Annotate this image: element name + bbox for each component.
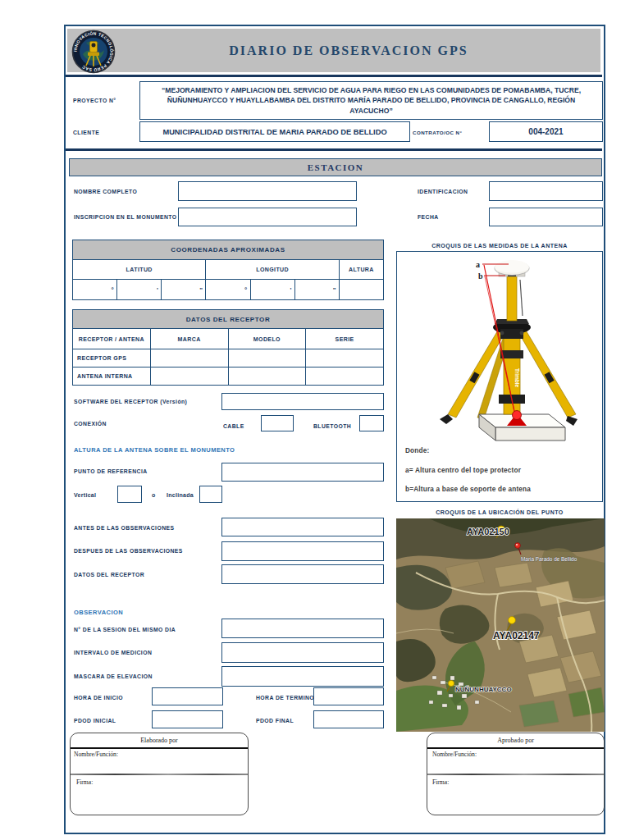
fecha-input[interactable] — [489, 208, 603, 226]
conexion-label: CONEXIÓN — [74, 421, 107, 427]
aprobado-box: Aprobado por Nombre/Función: Firma: — [427, 733, 605, 815]
nombre-funcion-label: Nombre/Función: — [74, 751, 118, 758]
datos-receptor-input[interactable] — [221, 564, 384, 584]
receptor-gps-modelo-cell[interactable] — [228, 349, 306, 368]
estacion-header: ESTACION — [69, 158, 602, 176]
map-label-maria-parado: Maria Parado de Bellido — [521, 556, 578, 562]
firma-label: Firma: — [76, 778, 93, 786]
inclinada-checkbox[interactable] — [199, 486, 222, 503]
aprobado-firma-field[interactable] — [432, 788, 599, 810]
longitud-grados-cell[interactable]: ° — [206, 280, 250, 300]
coordenadas-title: COORDENADAS APROXIMADAS — [73, 240, 384, 260]
antena-interna-marca-cell[interactable] — [150, 368, 228, 386]
inscripcion-input[interactable] — [178, 208, 357, 226]
sesion-input[interactable] — [221, 619, 384, 638]
receptor-col-antena: RECEPTOR / ANTENA — [73, 329, 151, 349]
altura-antena-heading: ALTURA DE LA ANTENA SOBRE EL MONUMENTO — [74, 446, 235, 454]
altura-cell[interactable] — [339, 280, 383, 300]
software-label: SOFTWARE DEL RECEPTOR (Versión) — [74, 399, 187, 404]
second-symbol: " — [199, 286, 203, 294]
elaborado-firma-field[interactable] — [76, 788, 243, 810]
nombre-completo-label: NOMBRE COMPLETO — [74, 189, 137, 194]
coordenadas-col-altura: ALTURA — [339, 260, 383, 280]
nombre-completo-input[interactable] — [178, 181, 357, 201]
pdod-inicial-input[interactable] — [152, 710, 223, 728]
longitud-minutos-cell[interactable]: ' — [250, 280, 294, 300]
degree-symbol: ° — [244, 286, 248, 294]
intervalo-input[interactable] — [221, 642, 384, 663]
header-divider — [66, 75, 602, 77]
aprobado-nombre-field[interactable] — [432, 760, 600, 771]
contrato-value-box: 004-2021 — [489, 121, 603, 142]
croquis-punto-title: CROQUIS DE LA UBICACIÓN DEL PUNTO — [396, 509, 603, 515]
antena-interna-serie-cell[interactable] — [306, 368, 384, 386]
map-label-aya02150: AYA02150 — [467, 527, 509, 536]
hora-termino-label: HORA DE TERMINO — [256, 695, 314, 701]
latitud-grados-cell[interactable]: ° — [73, 280, 117, 300]
elaborado-title: Elaborado por — [71, 737, 248, 744]
receptor-table: DATOS DEL RECEPTOR RECEPTOR / ANTENA MAR… — [72, 309, 384, 386]
elaborado-box: Elaborado por Nombre/Función: Firma: — [70, 733, 249, 815]
identificacion-input[interactable] — [489, 181, 603, 201]
coordenadas-col-longitud: LONGITUD — [206, 260, 339, 280]
mascara-input[interactable] — [221, 666, 384, 687]
software-input[interactable] — [221, 393, 384, 410]
bluetooth-checkbox[interactable] — [359, 415, 384, 431]
map-label-aya02147: AYA02147 — [493, 630, 540, 641]
receptor-col-serie: SERIE — [306, 329, 384, 349]
proyecto-value: “MEJORAMIENTO Y AMPLIACION DEL SERVICIO … — [148, 85, 594, 115]
divider — [427, 747, 604, 749]
identificacion-label: IDENTIFICACION — [418, 189, 468, 194]
longitud-segundos-cell[interactable]: " — [294, 280, 339, 300]
receptor-title: DATOS DEL RECEPTOR — [73, 310, 384, 329]
cable-checkbox[interactable] — [261, 415, 294, 431]
hora-inicio-input[interactable] — [152, 687, 223, 705]
vertical-checkbox[interactable] — [117, 486, 142, 503]
inscripcion-label: INSCRIPCION EN EL MONUMENTO — [74, 214, 177, 220]
contrato-label: CONTRATO/OC N° — [413, 130, 462, 135]
cliente-value-box: MUNICIPALIDAD DISTRITAL DE MARIA PARADO … — [139, 121, 410, 142]
estacion-title: ESTACION — [308, 162, 364, 172]
minute-symbol: ' — [290, 286, 291, 294]
latitud-minutos-cell[interactable]: ' — [117, 280, 162, 300]
firma-label: Firma: — [432, 778, 449, 786]
bluetooth-label: BLUETOOTH — [313, 423, 351, 429]
contrato-value: 004-2021 — [528, 127, 563, 136]
hora-termino-input[interactable] — [313, 687, 384, 705]
receptor-gps-row-label: RECEPTOR GPS — [73, 349, 151, 368]
location-map: AYA02150 Maria Parado de Bellido AYA0214… — [396, 518, 605, 732]
pdod-final-label: PDOD FINAL — [256, 718, 294, 724]
datos-receptor-label: DATOS DEL RECEPTOR — [74, 572, 144, 578]
company-logo: INNOVACIÓN TECNOLÓGICA PERÚ SAC — [71, 30, 116, 77]
coordenadas-col-latitud: LATITUD — [73, 260, 206, 280]
antena-interna-modelo-cell[interactable] — [228, 368, 306, 386]
fecha-label: FECHA — [418, 214, 439, 220]
page-title: DIARIO DE OBSERVACION GPS — [156, 43, 541, 58]
gps-observation-form-page: INNOVACIÓN TECNOLÓGICA PERÚ SAC DIARIO D… — [0, 0, 630, 840]
latitud-segundos-cell[interactable]: " — [162, 280, 206, 300]
croquis-antena-box: Trimble a b Donde: a= Altura centro — [396, 251, 603, 502]
hora-inicio-label: HORA DE INICIO — [74, 695, 123, 701]
map-label-nununhuaycco: ÑUÑUNHUAYCCO — [455, 686, 512, 693]
pdod-final-input[interactable] — [313, 710, 384, 728]
antes-observaciones-input[interactable] — [221, 518, 384, 536]
coordenadas-table: COORDENADAS APROXIMADAS LATITUD LONGITUD… — [72, 240, 384, 300]
despues-observaciones-input[interactable] — [221, 541, 384, 561]
aprobado-title: Aprobado por — [427, 737, 604, 744]
nombre-funcion-label: Nombre/Función: — [432, 751, 477, 758]
pdod-inicial-label: PDOD INICIAL — [74, 718, 116, 724]
vertical-label: Vertical — [74, 492, 96, 498]
o-label: o — [152, 492, 156, 498]
punto-referencia-input[interactable] — [221, 463, 384, 482]
donde-a-text: a= Altura centro del tope protector — [405, 467, 521, 474]
receptor-gps-marca-cell[interactable] — [150, 349, 228, 368]
elaborado-nombre-field[interactable] — [74, 760, 244, 771]
receptor-gps-serie-cell[interactable] — [306, 349, 384, 368]
inclinada-label: Inclinada — [167, 492, 194, 498]
observacion-heading: OBSERVACION — [74, 609, 123, 616]
antes-observaciones-label: ANTES DE LAS OBSERVACIONES — [74, 525, 174, 531]
tripod-brand-text: Trimble — [514, 368, 520, 388]
divider — [71, 747, 248, 749]
cable-label: CABLE — [223, 423, 244, 429]
intervalo-label: INTERVALO DE MEDICION — [74, 650, 152, 655]
